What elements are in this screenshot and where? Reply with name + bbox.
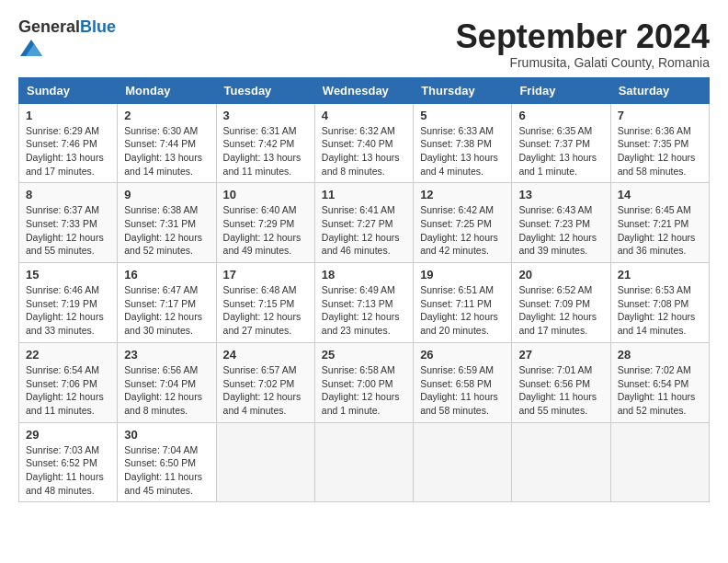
table-row: 8 Sunrise: 6:37 AM Sunset: 7:33 PM Dayli… xyxy=(19,183,118,263)
table-row: 2 Sunrise: 6:30 AM Sunset: 7:44 PM Dayli… xyxy=(118,103,216,183)
cell-text: Sunrise: 6:56 AM Sunset: 7:04 PM Dayligh… xyxy=(124,363,209,418)
month-title: September 2024 xyxy=(456,18,710,55)
sunset-text: Sunset: 7:44 PM xyxy=(124,138,196,149)
day-number: 26 xyxy=(420,348,505,362)
sunset-text: Sunset: 7:40 PM xyxy=(322,138,393,149)
daylight-text: Daylight: 12 hours and 30 minutes. xyxy=(124,311,202,336)
cell-text: Sunrise: 6:53 AM Sunset: 7:08 PM Dayligh… xyxy=(618,283,702,338)
cell-text: Sunrise: 6:48 AM Sunset: 7:15 PM Dayligh… xyxy=(223,283,308,338)
sunrise-text: Sunrise: 7:04 AM xyxy=(124,444,198,455)
sunset-text: Sunset: 6:58 PM xyxy=(420,378,492,389)
day-number: 17 xyxy=(223,268,308,282)
daylight-text: Daylight: 11 hours and 55 minutes. xyxy=(518,391,597,416)
table-row: 30 Sunrise: 7:04 AM Sunset: 6:50 PM Dayl… xyxy=(118,422,216,502)
sunrise-text: Sunrise: 6:41 AM xyxy=(322,204,395,215)
day-number: 4 xyxy=(322,109,406,122)
table-row: 1 Sunrise: 6:29 AM Sunset: 7:46 PM Dayli… xyxy=(19,103,118,183)
sunrise-text: Sunrise: 6:48 AM xyxy=(223,284,297,295)
cell-text: Sunrise: 6:52 AM Sunset: 7:09 PM Dayligh… xyxy=(518,283,603,338)
table-row: 15 Sunrise: 6:46 AM Sunset: 7:19 PM Dayl… xyxy=(19,263,118,343)
sunrise-text: Sunrise: 6:30 AM xyxy=(124,125,198,136)
sunset-text: Sunset: 7:25 PM xyxy=(420,218,492,229)
sunset-text: Sunset: 7:19 PM xyxy=(26,298,97,309)
daylight-text: Daylight: 11 hours and 45 minutes. xyxy=(124,471,202,496)
daylight-text: Daylight: 12 hours and 11 minutes. xyxy=(26,391,104,416)
logo-blue: Blue xyxy=(80,17,116,36)
day-number: 9 xyxy=(124,188,209,201)
day-number: 3 xyxy=(223,109,308,122)
sunset-text: Sunset: 7:00 PM xyxy=(322,378,393,389)
top-section: GeneralBlue September 2024 Frumusita, Ga… xyxy=(18,18,710,70)
sunset-text: Sunset: 7:35 PM xyxy=(618,138,689,149)
cell-text: Sunrise: 6:30 AM Sunset: 7:44 PM Dayligh… xyxy=(124,124,209,178)
calendar-week-row: 29 Sunrise: 7:03 AM Sunset: 6:52 PM Dayl… xyxy=(19,422,710,502)
day-number: 29 xyxy=(26,428,110,442)
day-number: 1 xyxy=(26,109,110,122)
daylight-text: Daylight: 12 hours and 39 minutes. xyxy=(518,232,597,257)
sunset-text: Sunset: 7:37 PM xyxy=(518,138,590,149)
calendar-week-row: 22 Sunrise: 6:54 AM Sunset: 7:06 PM Dayl… xyxy=(19,342,710,422)
header-sunday: Sunday xyxy=(19,77,118,103)
sunrise-text: Sunrise: 6:42 AM xyxy=(420,204,494,215)
sunset-text: Sunset: 7:13 PM xyxy=(322,298,393,309)
header-monday: Monday xyxy=(118,77,216,103)
cell-text: Sunrise: 6:41 AM Sunset: 7:27 PM Dayligh… xyxy=(322,203,406,258)
daylight-text: Daylight: 12 hours and 23 minutes. xyxy=(322,311,400,336)
cell-text: Sunrise: 6:59 AM Sunset: 6:58 PM Dayligh… xyxy=(420,363,505,418)
table-row: 11 Sunrise: 6:41 AM Sunset: 7:27 PM Dayl… xyxy=(314,183,413,263)
table-row: 22 Sunrise: 6:54 AM Sunset: 7:06 PM Dayl… xyxy=(19,342,118,422)
cell-text: Sunrise: 6:37 AM Sunset: 7:33 PM Dayligh… xyxy=(26,203,110,258)
day-number: 30 xyxy=(124,428,209,442)
table-row: 26 Sunrise: 6:59 AM Sunset: 6:58 PM Dayl… xyxy=(414,342,512,422)
table-row xyxy=(314,422,413,502)
sunset-text: Sunset: 7:15 PM xyxy=(223,298,295,309)
sunrise-text: Sunrise: 6:29 AM xyxy=(26,125,99,136)
cell-text: Sunrise: 6:36 AM Sunset: 7:35 PM Dayligh… xyxy=(618,124,702,178)
logo-general: General xyxy=(18,17,80,36)
table-row: 18 Sunrise: 6:49 AM Sunset: 7:13 PM Dayl… xyxy=(314,263,413,343)
cell-text: Sunrise: 7:01 AM Sunset: 6:56 PM Dayligh… xyxy=(518,363,603,418)
table-row: 23 Sunrise: 6:56 AM Sunset: 7:04 PM Dayl… xyxy=(118,342,216,422)
sunrise-text: Sunrise: 6:49 AM xyxy=(322,284,395,295)
day-number: 25 xyxy=(322,348,406,362)
table-row: 25 Sunrise: 6:58 AM Sunset: 7:00 PM Dayl… xyxy=(314,342,413,422)
table-row: 19 Sunrise: 6:51 AM Sunset: 7:11 PM Dayl… xyxy=(414,263,512,343)
daylight-text: Daylight: 12 hours and 8 minutes. xyxy=(124,391,202,416)
cell-text: Sunrise: 6:51 AM Sunset: 7:11 PM Dayligh… xyxy=(420,283,505,338)
logo-icon xyxy=(20,37,42,59)
cell-text: Sunrise: 6:38 AM Sunset: 7:31 PM Dayligh… xyxy=(124,203,209,258)
calendar-week-row: 8 Sunrise: 6:37 AM Sunset: 7:33 PM Dayli… xyxy=(19,183,710,263)
sunset-text: Sunset: 6:56 PM xyxy=(518,378,590,389)
cell-text: Sunrise: 6:47 AM Sunset: 7:17 PM Dayligh… xyxy=(124,283,209,338)
day-number: 2 xyxy=(124,109,209,122)
sunrise-text: Sunrise: 6:35 AM xyxy=(518,125,592,136)
daylight-text: Daylight: 12 hours and 58 minutes. xyxy=(618,152,696,177)
sunset-text: Sunset: 7:09 PM xyxy=(518,298,590,309)
daylight-text: Daylight: 13 hours and 8 minutes. xyxy=(322,152,400,177)
table-row: 17 Sunrise: 6:48 AM Sunset: 7:15 PM Dayl… xyxy=(216,263,314,343)
sunrise-text: Sunrise: 7:02 AM xyxy=(618,364,691,375)
day-number: 20 xyxy=(518,268,603,282)
sunrise-text: Sunrise: 6:43 AM xyxy=(518,204,592,215)
sunrise-text: Sunrise: 6:56 AM xyxy=(124,364,198,375)
cell-text: Sunrise: 6:42 AM Sunset: 7:25 PM Dayligh… xyxy=(420,203,505,258)
daylight-text: Daylight: 12 hours and 49 minutes. xyxy=(223,232,301,257)
day-number: 16 xyxy=(124,268,209,282)
cell-text: Sunrise: 7:03 AM Sunset: 6:52 PM Dayligh… xyxy=(26,443,110,498)
cell-text: Sunrise: 6:45 AM Sunset: 7:21 PM Dayligh… xyxy=(618,203,702,258)
cell-text: Sunrise: 6:31 AM Sunset: 7:42 PM Dayligh… xyxy=(223,124,308,178)
sunrise-text: Sunrise: 6:51 AM xyxy=(420,284,494,295)
cell-text: Sunrise: 6:49 AM Sunset: 7:13 PM Dayligh… xyxy=(322,283,406,338)
cell-text: Sunrise: 6:32 AM Sunset: 7:40 PM Dayligh… xyxy=(322,124,406,178)
header-friday: Friday xyxy=(512,77,610,103)
calendar-week-row: 15 Sunrise: 6:46 AM Sunset: 7:19 PM Dayl… xyxy=(19,263,710,343)
day-number: 7 xyxy=(618,109,702,122)
subtitle: Frumusita, Galati County, Romania xyxy=(456,55,710,70)
cell-text: Sunrise: 7:02 AM Sunset: 6:54 PM Dayligh… xyxy=(618,363,702,418)
table-row: 13 Sunrise: 6:43 AM Sunset: 7:23 PM Dayl… xyxy=(512,183,610,263)
table-row: 6 Sunrise: 6:35 AM Sunset: 7:37 PM Dayli… xyxy=(512,103,610,183)
table-row: 3 Sunrise: 6:31 AM Sunset: 7:42 PM Dayli… xyxy=(216,103,314,183)
sunrise-text: Sunrise: 7:03 AM xyxy=(26,444,99,455)
sunrise-text: Sunrise: 6:59 AM xyxy=(420,364,494,375)
table-row: 20 Sunrise: 6:52 AM Sunset: 7:09 PM Dayl… xyxy=(512,263,610,343)
